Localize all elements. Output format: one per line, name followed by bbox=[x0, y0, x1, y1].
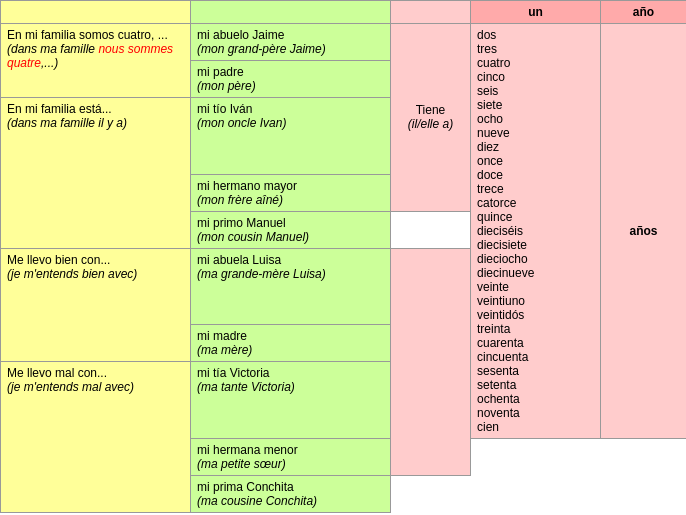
section1-line2-end: ,...) bbox=[41, 56, 58, 70]
num-cuatro: cuatro bbox=[477, 56, 594, 70]
section3-line1: Me llevo bien con... bbox=[7, 253, 110, 267]
section2-col1: En mi familia está... (dans ma famille i… bbox=[1, 98, 191, 249]
header-col2 bbox=[191, 1, 391, 24]
num-dieciseis: dieciséis bbox=[477, 224, 594, 238]
abuela-translation: (ma grande-mère Luisa) bbox=[197, 267, 326, 281]
primo-translation: (mon cousin Manuel) bbox=[197, 230, 309, 244]
num-seis: seis bbox=[477, 84, 594, 98]
num-nueve: nueve bbox=[477, 126, 594, 140]
section1-line1: En mi familia somos cuatro, ... bbox=[7, 28, 168, 42]
section2-col2-block2: mi hermano mayor (mon frère aîné) bbox=[191, 174, 391, 211]
num-veintidos: veintidós bbox=[477, 308, 594, 322]
abuela-name: mi abuela Luisa bbox=[197, 253, 281, 267]
header-col5: año bbox=[601, 1, 687, 24]
section2-line2: (dans ma famille il y a) bbox=[7, 116, 127, 130]
num-veintiuno: veintiuno bbox=[477, 294, 594, 308]
anos-label: años bbox=[629, 224, 657, 238]
section1-col1: En mi familia somos cuatro, ... (dans ma… bbox=[1, 24, 191, 98]
tiene-sub: (il/elle a) bbox=[408, 117, 453, 131]
madre-name: mi madre bbox=[197, 329, 247, 343]
main-table: un año En mi familia somos cuatro, ... (… bbox=[0, 0, 686, 513]
section2-line1: En mi familia está... bbox=[7, 102, 112, 116]
header-año-label: año bbox=[633, 5, 654, 19]
tio-name: mi tío Iván bbox=[197, 102, 252, 116]
section4-col2-block1: mi tía Victoria (ma tante Victoria) bbox=[191, 362, 391, 439]
numbers-list: dos tres cuatro cinco seis siete ocho nu… bbox=[477, 28, 594, 434]
hermana-name: mi hermana menor bbox=[197, 443, 298, 457]
num-dos: dos bbox=[477, 28, 594, 42]
section2-col2-block3: mi primo Manuel (mon cousin Manuel) bbox=[191, 211, 391, 248]
header-col3 bbox=[391, 1, 471, 24]
section4-col2-block2: mi hermana menor (ma petite sœur) bbox=[191, 439, 391, 476]
section2-col2-block1: mi tío Iván (mon oncle Ivan) bbox=[191, 98, 391, 175]
num-doce: doce bbox=[477, 168, 594, 182]
num-cinco: cinco bbox=[477, 70, 594, 84]
section4-line2: (je m'entends mal avec) bbox=[7, 380, 134, 394]
num-noventa: noventa bbox=[477, 406, 594, 420]
num-setenta: setenta bbox=[477, 378, 594, 392]
tia-name: mi tía Victoria bbox=[197, 366, 269, 380]
prima-translation: (ma cousine Conchita) bbox=[197, 494, 317, 508]
num-catorce: catorce bbox=[477, 196, 594, 210]
section3-line2: (je m'entends bien avec) bbox=[7, 267, 137, 281]
num-ocho: ocho bbox=[477, 112, 594, 126]
num-diecinueve: diecinueve bbox=[477, 266, 594, 280]
section3-col2-block2: mi madre (ma mère) bbox=[191, 325, 391, 362]
num-diez: diez bbox=[477, 140, 594, 154]
num-siete: siete bbox=[477, 98, 594, 112]
tiene-label: Tiene bbox=[416, 103, 446, 117]
padre-name: mi padre bbox=[197, 65, 244, 79]
madre-translation: (ma mère) bbox=[197, 343, 252, 357]
num-treinta: treinta bbox=[477, 322, 594, 336]
num-ochenta: ochenta bbox=[477, 392, 594, 406]
header-col4: un bbox=[471, 1, 601, 24]
section4-line1: Me llevo mal con... bbox=[7, 366, 107, 380]
anos-col5: años bbox=[601, 24, 687, 439]
section1-line2-start: (dans ma famille bbox=[7, 42, 98, 56]
section1-col2-block2: mi padre (mon père) bbox=[191, 61, 391, 98]
section4-col1: Me llevo mal con... (je m'entends mal av… bbox=[1, 362, 191, 513]
num-cuarenta: cuarenta bbox=[477, 336, 594, 350]
hermana-translation: (ma petite sœur) bbox=[197, 457, 286, 471]
num-trece: trece bbox=[477, 182, 594, 196]
section3-col2-block1: mi abuela Luisa (ma grande-mère Luisa) bbox=[191, 248, 391, 325]
abuelo-translation: (mon grand-père Jaime) bbox=[197, 42, 326, 56]
num-tres: tres bbox=[477, 42, 594, 56]
padre-translation: (mon père) bbox=[197, 79, 256, 93]
tiene-cell-2 bbox=[391, 248, 471, 475]
tio-translation: (mon oncle Ivan) bbox=[197, 116, 286, 130]
tiene-cell: Tiene (il/elle a) bbox=[391, 24, 471, 212]
hermano-name: mi hermano mayor bbox=[197, 179, 297, 193]
primo-name: mi primo Manuel bbox=[197, 216, 286, 230]
num-quince: quince bbox=[477, 210, 594, 224]
section3-col1: Me llevo bien con... (je m'entends bien … bbox=[1, 248, 191, 362]
abuelo-name: mi abuelo Jaime bbox=[197, 28, 284, 42]
num-veinte: veinte bbox=[477, 280, 594, 294]
num-once: once bbox=[477, 154, 594, 168]
prima-name: mi prima Conchita bbox=[197, 480, 294, 494]
num-dieciocho: dieciocho bbox=[477, 252, 594, 266]
section4-col2-block3: mi prima Conchita (ma cousine Conchita) bbox=[191, 476, 391, 513]
hermano-translation: (mon frère aîné) bbox=[197, 193, 283, 207]
section1-col2-block1: mi abuelo Jaime (mon grand-père Jaime) bbox=[191, 24, 391, 61]
num-cincuenta: cincuenta bbox=[477, 350, 594, 364]
num-diecisiete: diecisiete bbox=[477, 238, 594, 252]
num-cien: cien bbox=[477, 420, 594, 434]
header-un-label: un bbox=[528, 5, 543, 19]
tia-translation: (ma tante Victoria) bbox=[197, 380, 295, 394]
num-sesenta: sesenta bbox=[477, 364, 594, 378]
numbers-col4: dos tres cuatro cinco seis siete ocho nu… bbox=[471, 24, 601, 439]
table-row: En mi familia somos cuatro, ... (dans ma… bbox=[1, 24, 687, 61]
header-col1 bbox=[1, 1, 191, 24]
